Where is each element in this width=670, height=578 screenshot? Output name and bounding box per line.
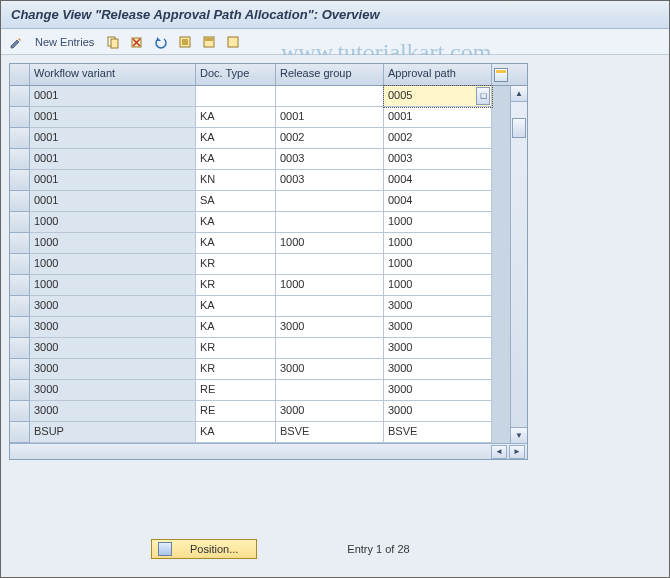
- scroll-up-button[interactable]: ▲: [511, 86, 527, 102]
- cell-approval-path[interactable]: 1000: [384, 275, 492, 296]
- cell-release-group[interactable]: [276, 191, 384, 212]
- row-selector[interactable]: [10, 191, 30, 212]
- cell-doc-type[interactable]: RE: [196, 380, 276, 401]
- row-selector[interactable]: [10, 338, 30, 359]
- cell-release-group[interactable]: 0003: [276, 170, 384, 191]
- cell-workflow-variant[interactable]: 0001: [30, 128, 196, 149]
- cell-doc-type[interactable]: KA: [196, 128, 276, 149]
- cell-workflow-variant[interactable]: 1000: [30, 275, 196, 296]
- row-selector[interactable]: [10, 401, 30, 422]
- row-selector[interactable]: [10, 422, 30, 443]
- cell-approval-path[interactable]: 0002: [384, 128, 492, 149]
- cell-workflow-variant[interactable]: 3000: [30, 296, 196, 317]
- row-selector[interactable]: [10, 170, 30, 191]
- value-help-icon[interactable]: ☐: [476, 87, 490, 105]
- row-selector[interactable]: [10, 212, 30, 233]
- cell-approval-path[interactable]: 1000: [384, 233, 492, 254]
- row-selector[interactable]: [10, 296, 30, 317]
- cell-workflow-variant[interactable]: 0001: [30, 107, 196, 128]
- cell-doc-type[interactable]: KA: [196, 422, 276, 443]
- copy-as-icon[interactable]: [104, 33, 122, 51]
- cell-workflow-variant[interactable]: 0001: [30, 86, 196, 107]
- cell-workflow-variant[interactable]: 3000: [30, 359, 196, 380]
- cell-workflow-variant[interactable]: 3000: [30, 380, 196, 401]
- row-selector[interactable]: [10, 359, 30, 380]
- cell-approval-path[interactable]: 3000: [384, 401, 492, 422]
- col-header-doc-type[interactable]: Doc. Type: [196, 64, 276, 85]
- cell-doc-type[interactable]: [196, 86, 276, 107]
- row-selector[interactable]: [10, 317, 30, 338]
- cell-release-group[interactable]: [276, 212, 384, 233]
- position-button[interactable]: Position...: [151, 539, 257, 559]
- cell-workflow-variant[interactable]: 0001: [30, 191, 196, 212]
- col-header-release-group[interactable]: Release group: [276, 64, 384, 85]
- cell-workflow-variant[interactable]: BSUP: [30, 422, 196, 443]
- cell-approval-path[interactable]: 1000: [384, 254, 492, 275]
- row-selector[interactable]: [10, 275, 30, 296]
- row-selector[interactable]: [10, 128, 30, 149]
- new-entries-button[interactable]: New Entries: [31, 36, 98, 48]
- cell-approval-path[interactable]: 0004: [384, 191, 492, 212]
- cell-release-group[interactable]: 3000: [276, 317, 384, 338]
- cell-doc-type[interactable]: RE: [196, 401, 276, 422]
- cell-release-group[interactable]: [276, 338, 384, 359]
- cell-release-group[interactable]: [276, 86, 384, 107]
- cell-doc-type[interactable]: KR: [196, 359, 276, 380]
- scroll-left-button[interactable]: ◄: [491, 445, 507, 459]
- cell-approval-path[interactable]: 0004: [384, 170, 492, 191]
- cell-doc-type[interactable]: KR: [196, 338, 276, 359]
- undo-icon[interactable]: [152, 33, 170, 51]
- cell-release-group[interactable]: 0002: [276, 128, 384, 149]
- cell-release-group[interactable]: 0001: [276, 107, 384, 128]
- scroll-track[interactable]: [511, 102, 527, 427]
- toggle-display-change-icon[interactable]: [7, 33, 25, 51]
- cell-release-group[interactable]: [276, 296, 384, 317]
- cell-approval-path[interactable]: 3000: [384, 338, 492, 359]
- cell-approval-path[interactable]: 1000: [384, 212, 492, 233]
- cell-approval-path[interactable]: 0005☐: [384, 86, 492, 107]
- row-selector-header[interactable]: [10, 64, 30, 85]
- cell-doc-type[interactable]: KN: [196, 170, 276, 191]
- select-all-icon[interactable]: [176, 33, 194, 51]
- cell-approval-path[interactable]: 3000: [384, 296, 492, 317]
- cell-workflow-variant[interactable]: 0001: [30, 149, 196, 170]
- cell-release-group[interactable]: BSVE: [276, 422, 384, 443]
- cell-doc-type[interactable]: SA: [196, 191, 276, 212]
- cell-approval-path[interactable]: 3000: [384, 359, 492, 380]
- row-selector[interactable]: [10, 107, 30, 128]
- cell-release-group[interactable]: [276, 254, 384, 275]
- cell-doc-type[interactable]: KA: [196, 149, 276, 170]
- row-selector[interactable]: [10, 233, 30, 254]
- row-selector[interactable]: [10, 149, 30, 170]
- scroll-thumb[interactable]: [512, 118, 526, 138]
- cell-release-group[interactable]: [276, 380, 384, 401]
- cell-workflow-variant[interactable]: 0001: [30, 170, 196, 191]
- cell-release-group[interactable]: 1000: [276, 233, 384, 254]
- scroll-down-button[interactable]: ▼: [511, 427, 527, 443]
- cell-doc-type[interactable]: KA: [196, 296, 276, 317]
- cell-doc-type[interactable]: KA: [196, 317, 276, 338]
- cell-release-group[interactable]: 3000: [276, 359, 384, 380]
- cell-workflow-variant[interactable]: 3000: [30, 317, 196, 338]
- cell-workflow-variant[interactable]: 3000: [30, 401, 196, 422]
- col-header-workflow-variant[interactable]: Workflow variant: [30, 64, 196, 85]
- cell-approval-path[interactable]: BSVE: [384, 422, 492, 443]
- row-selector[interactable]: [10, 254, 30, 275]
- cell-doc-type[interactable]: KA: [196, 107, 276, 128]
- select-block-icon[interactable]: [200, 33, 218, 51]
- cell-doc-type[interactable]: KA: [196, 212, 276, 233]
- cell-approval-path[interactable]: 3000: [384, 380, 492, 401]
- cell-doc-type[interactable]: KR: [196, 254, 276, 275]
- row-selector[interactable]: [10, 380, 30, 401]
- cell-release-group[interactable]: 3000: [276, 401, 384, 422]
- cell-workflow-variant[interactable]: 1000: [30, 233, 196, 254]
- cell-workflow-variant[interactable]: 1000: [30, 254, 196, 275]
- col-header-approval-path[interactable]: Approval path: [384, 64, 492, 85]
- delete-icon[interactable]: [128, 33, 146, 51]
- cell-approval-path[interactable]: 0001: [384, 107, 492, 128]
- scroll-right-button[interactable]: ►: [509, 445, 525, 459]
- configure-columns-button[interactable]: [492, 64, 509, 85]
- cell-workflow-variant[interactable]: 3000: [30, 338, 196, 359]
- cell-doc-type[interactable]: KA: [196, 233, 276, 254]
- cell-release-group[interactable]: 1000: [276, 275, 384, 296]
